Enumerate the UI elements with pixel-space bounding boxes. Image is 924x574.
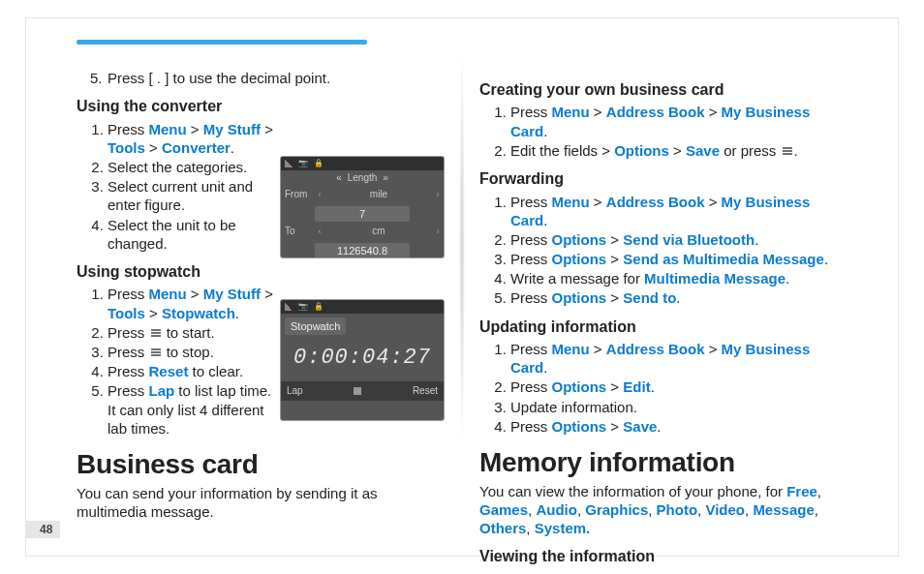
converter-from-unit: mile xyxy=(325,189,432,201)
text: Press xyxy=(510,341,552,357)
menu-link: My Stuff xyxy=(203,286,261,302)
converter-to-unit: cm xyxy=(325,226,432,238)
page-fold xyxy=(459,44,465,450)
list-item: Select the categories. xyxy=(108,158,280,176)
section-heading-viewing: Viewing the information xyxy=(479,547,847,566)
ok-key-icon xyxy=(781,143,794,157)
list-item: Press Options > Save. xyxy=(510,417,847,436)
text: . xyxy=(657,418,661,435)
header-accent-bar xyxy=(77,40,367,45)
left-column: Press [ . ] to use the decimal point. Us… xyxy=(77,44,445,530)
text: Press xyxy=(108,363,149,379)
softkey-left: Lap xyxy=(287,385,303,398)
list-item: Press Menu > My Stuff > Tools > Converte… xyxy=(108,120,280,157)
menu-link: Save xyxy=(623,418,657,435)
converter-to-value: 1126540.8 xyxy=(315,243,410,258)
converter-from-value: 7 xyxy=(315,206,410,222)
section-heading-creating: Creating your own business card xyxy=(479,80,847,100)
stopwatch-time: 0:00:04:27 xyxy=(281,339,444,381)
text: Press xyxy=(510,231,552,248)
menu-link: Options xyxy=(552,251,607,267)
text: Press xyxy=(108,382,149,399)
step-list-updating: Press Menu > Address Book > My Business … xyxy=(479,340,847,436)
list-item: Press Options > Edit. xyxy=(510,378,847,396)
list-item: Press Menu > Address Book > My Business … xyxy=(510,193,847,229)
step-list-creating: Press Menu > Address Book > My Business … xyxy=(479,103,847,160)
section-heading-stopwatch: Using stopwatch xyxy=(77,262,445,282)
text: . xyxy=(824,251,828,267)
list-item: Edit the fields > Options > Save or pres… xyxy=(510,141,847,160)
menu-link: Address Book xyxy=(606,194,705,210)
menu-link: Menu xyxy=(149,121,187,137)
list-item: Press Options > Send as Multimedia Messa… xyxy=(510,250,847,268)
phone-screenshot-stopwatch: 📷🔒 Stopwatch 0:00:04:27 Lap Reset xyxy=(280,299,445,421)
phone-status-bar: 📷🔒 xyxy=(281,300,444,314)
page-number: 48 xyxy=(26,521,60,538)
list-item: Press to stop. xyxy=(108,343,280,361)
list-item: Update information. xyxy=(510,398,847,416)
text: . xyxy=(651,378,655,395)
text: Write a message for xyxy=(510,270,644,287)
text: to stop. xyxy=(163,344,214,360)
section-heading-forwarding: Forwarding xyxy=(479,169,847,189)
text: Press xyxy=(510,289,552,306)
memory-link: Message xyxy=(753,501,814,518)
memory-intro: You can view the information of your pho… xyxy=(479,482,847,538)
menu-link: Address Book xyxy=(606,341,705,357)
memory-link: Graphics xyxy=(585,501,648,518)
text: Press xyxy=(108,344,149,360)
text: Press xyxy=(510,251,552,267)
text: Press xyxy=(510,378,552,395)
text: Press xyxy=(510,418,552,435)
ok-key-icon xyxy=(149,345,163,358)
memory-link: System. xyxy=(535,520,591,536)
converter-title: Length xyxy=(348,172,378,185)
text: . xyxy=(543,359,547,376)
phone-screenshot-converter: 📷🔒 « Length » From‹mile› 7 To‹cm› 112654… xyxy=(280,156,445,258)
menu-link: Options xyxy=(552,289,607,306)
menu-link: My Stuff xyxy=(203,121,261,137)
memory-link: Games xyxy=(479,501,528,518)
menu-link: Address Book xyxy=(606,104,705,120)
list-item: Press Menu > Address Book > My Business … xyxy=(510,103,847,139)
menu-link: Send via Bluetooth xyxy=(623,231,755,248)
list-item: Write a message for Multimedia Message. xyxy=(510,269,847,287)
step-list-stopwatch: Press Menu > My Stuff > Tools > Stopwatc… xyxy=(77,285,280,438)
list-item: Press Lap to list lap time. It can only … xyxy=(108,381,280,438)
text: Press xyxy=(108,121,149,137)
text: to start. xyxy=(163,324,215,341)
section-heading-business-card: Business card xyxy=(77,447,445,482)
memory-link: Photo xyxy=(657,501,698,518)
list-item: Press Menu > My Stuff > Memory Info. xyxy=(510,570,847,574)
softkey-center-icon xyxy=(354,387,361,395)
text: Press xyxy=(510,104,552,120)
menu-link: Tools xyxy=(108,305,145,321)
menu-link: Reset xyxy=(149,363,189,379)
list-item: Press Options > Send via Bluetooth. xyxy=(510,230,847,249)
list-item: Press Reset to clear. xyxy=(108,362,280,380)
ok-key-icon xyxy=(149,325,163,339)
step-list-converter: Press Menu > My Stuff > Tools > Converte… xyxy=(77,120,280,253)
list-item: Press Options > Send to. xyxy=(510,288,847,307)
section-heading-updating: Updating information xyxy=(479,317,847,337)
memory-link: Free xyxy=(786,483,817,499)
text: You can view the information of your pho… xyxy=(479,483,786,499)
business-card-intro: You can send your information by sending… xyxy=(77,484,445,521)
menu-link: Converter xyxy=(162,139,231,156)
text: . xyxy=(676,289,680,306)
list-item: Press Menu > My Stuff > Tools > Stopwatc… xyxy=(108,285,280,321)
softkey-right: Reset xyxy=(413,385,438,398)
list-item: Press Menu > Address Book > My Business … xyxy=(510,340,847,377)
menu-link: Lap xyxy=(149,382,175,399)
list-item: Select the unit to be changed. xyxy=(108,216,280,253)
step-list-continued: Press [ . ] to use the decimal point. xyxy=(77,69,445,87)
menu-link: Menu xyxy=(552,341,590,357)
menu-link: Tools xyxy=(108,139,145,156)
menu-link: Multimedia Message xyxy=(644,270,785,287)
menu-link: Send to xyxy=(623,289,676,306)
memory-link: Video xyxy=(705,501,745,518)
phone-status-bar: 📷🔒 xyxy=(281,157,444,170)
section-heading-converter: Using the converter xyxy=(77,97,445,116)
text: . xyxy=(543,212,547,228)
step-list-viewing: Press Menu > My Stuff > Memory Info. xyxy=(479,570,847,574)
